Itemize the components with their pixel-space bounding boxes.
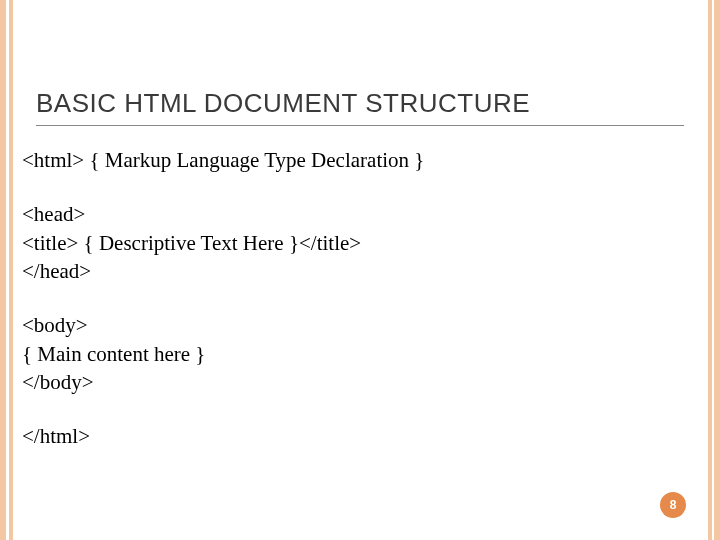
code-line: </html>: [22, 422, 690, 450]
code-line: { Main content here }: [22, 340, 690, 368]
code-line: </body>: [22, 368, 690, 396]
code-line: <head>: [22, 200, 690, 228]
code-block-html-open: <html> { Markup Language Type Declaratio…: [22, 146, 690, 174]
code-line: <title> { Descriptive Text Here }</title…: [22, 229, 690, 257]
page-number-badge: 8: [660, 492, 686, 518]
code-block-head: <head> <title> { Descriptive Text Here }…: [22, 200, 690, 285]
code-block-body: <body> { Main content here } </body>: [22, 311, 690, 396]
right-stripe-inner: [708, 0, 712, 540]
code-line: </head>: [22, 257, 690, 285]
code-block-html-close: </html>: [22, 422, 690, 450]
slide-title: BASIC HTML DOCUMENT STRUCTURE: [36, 88, 684, 126]
left-stripe-outer: [0, 0, 6, 540]
code-line: <body>: [22, 311, 690, 339]
slide-body: BASIC HTML DOCUMENT STRUCTURE <html> { M…: [30, 0, 690, 540]
code-line: <html> { Markup Language Type Declaratio…: [22, 146, 690, 174]
page-number: 8: [670, 498, 677, 512]
right-stripe-outer: [714, 0, 720, 540]
left-stripe-inner: [9, 0, 13, 540]
slide-content: <html> { Markup Language Type Declaratio…: [22, 146, 690, 451]
